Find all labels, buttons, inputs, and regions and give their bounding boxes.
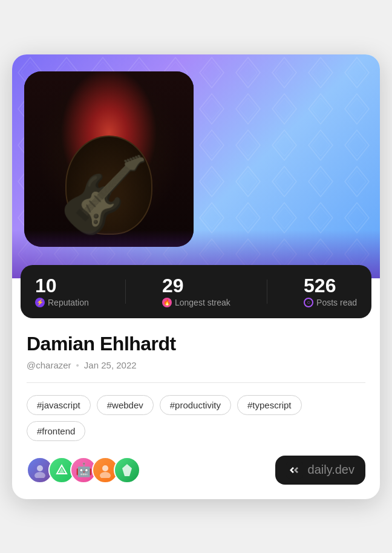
avatar-stack: 🤖 — [27, 457, 140, 483]
profile-card: 10 ⚡ Reputation 29 🔥 Longest streak 526 … — [12, 54, 380, 499]
stat-reputation: 10 ⚡ Reputation — [35, 276, 89, 307]
stat-divider-1 — [125, 280, 126, 304]
profile-name: Damian Ehlhardt — [27, 333, 365, 355]
reputation-icon: ⚡ — [35, 298, 45, 307]
stat-divider-2 — [267, 280, 267, 304]
daily-dev-text: daily.dev — [308, 463, 354, 477]
svg-marker-7 — [122, 464, 132, 476]
avatar — [24, 71, 194, 247]
tag-frontend[interactable]: #frontend — [27, 421, 85, 441]
tag-productivity[interactable]: #productivity — [160, 395, 231, 415]
reputation-label: ⚡ Reputation — [35, 298, 89, 307]
profile-handle: @charazer — [27, 360, 71, 370]
profile-date: Jan 25, 2022 — [84, 360, 137, 370]
tag-javascript[interactable]: #javascript — [27, 395, 91, 415]
stats-bar: 10 ⚡ Reputation 29 🔥 Longest streak 526 … — [21, 265, 371, 318]
tag-typescript[interactable]: #typescript — [237, 395, 302, 415]
stat-streak: 29 🔥 Longest streak — [162, 276, 230, 307]
tags-container: #javascript #webdev #productivity #types… — [27, 395, 365, 441]
posts-value: 526 — [304, 276, 357, 295]
stack-avatar-5 — [114, 457, 140, 483]
svg-point-5 — [102, 465, 108, 471]
profile-meta: @charazer • Jan 25, 2022 — [27, 360, 365, 370]
posts-label: ○ Posts read — [304, 298, 357, 307]
profile-dot: • — [76, 360, 79, 370]
profile-footer: 🤖 — [27, 456, 365, 487]
profile-body: Damian Ehlhardt @charazer • Jan 25, 2022… — [12, 318, 380, 499]
divider — [27, 382, 365, 383]
posts-icon: ○ — [304, 298, 313, 307]
streak-icon: 🔥 — [162, 298, 172, 307]
streak-label: 🔥 Longest streak — [162, 298, 230, 307]
daily-dev-icon — [286, 462, 303, 479]
svg-point-6 — [100, 472, 111, 478]
avatar-image — [24, 71, 194, 247]
stat-posts: 526 ○ Posts read — [304, 276, 357, 307]
streak-value: 29 — [162, 276, 230, 295]
reputation-value: 10 — [35, 276, 89, 295]
svg-point-2 — [34, 472, 45, 478]
svg-point-1 — [37, 465, 43, 471]
daily-dev-badge[interactable]: daily.dev — [275, 456, 365, 485]
hero-section — [12, 54, 380, 278]
tag-webdev[interactable]: #webdev — [97, 395, 154, 415]
